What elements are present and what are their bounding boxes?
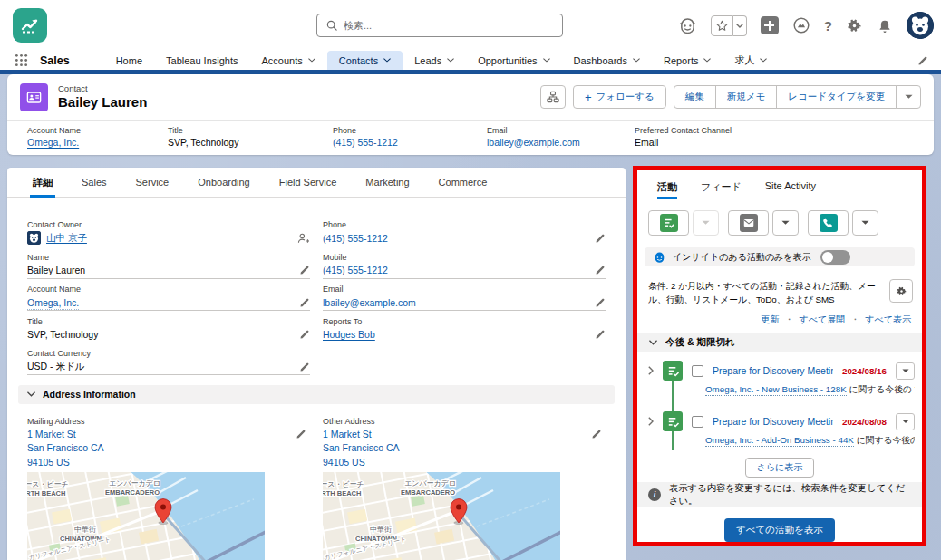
- favorites-dropdown-button[interactable]: [733, 15, 747, 36]
- follow-button[interactable]: +フォローする: [573, 85, 666, 109]
- task-title-link[interactable]: Prepare for Discovery Meeting: [713, 365, 833, 376]
- tab-kyujin[interactable]: 求人: [723, 51, 779, 70]
- salesforce-logo[interactable]: [13, 8, 47, 43]
- tab-dashboards[interactable]: Dashboards: [562, 51, 652, 70]
- task-title-link[interactable]: Prepare for Discovery Meeting: [713, 416, 833, 427]
- phone-link[interactable]: (415) 555-1212: [323, 233, 388, 244]
- change-owner-icon[interactable]: [297, 233, 310, 244]
- phone-link[interactable]: (415) 555-1212: [333, 137, 398, 148]
- show-more-button[interactable]: さらに表示: [745, 458, 815, 478]
- tab-tableau-insights[interactable]: Tableau Insights: [154, 51, 250, 70]
- help-icon[interactable]: ?: [824, 18, 832, 34]
- account-link[interactable]: Omega, Inc.: [27, 297, 79, 308]
- related-opportunity-link[interactable]: Omega, Inc. - Add-On Business - 44K: [705, 435, 854, 447]
- call-dropdown-button[interactable]: [852, 210, 878, 236]
- notifications-bell-icon[interactable]: [877, 17, 893, 34]
- field-title: Title SVP, Technology: [27, 314, 310, 347]
- upcoming-overdue-section[interactable]: 今後 & 期限切れ: [637, 333, 922, 352]
- reports-to-link[interactable]: Hodges Bob: [323, 329, 375, 340]
- user-avatar[interactable]: [907, 12, 934, 39]
- new-task-button[interactable]: [648, 210, 689, 236]
- guidance-center-icon[interactable]: [792, 16, 810, 34]
- edit-pencil-icon[interactable]: [591, 429, 602, 439]
- address-line[interactable]: San Francisco CA: [27, 441, 310, 456]
- app-launcher-icon[interactable]: [15, 53, 28, 67]
- tab-leads[interactable]: Leads: [403, 51, 466, 70]
- new-email-button[interactable]: [728, 210, 769, 236]
- expand-all-link[interactable]: すべて展開: [800, 314, 846, 324]
- insights-toggle-switch[interactable]: [820, 250, 850, 265]
- tab-commerce[interactable]: Commerce: [439, 168, 488, 197]
- tab-details[interactable]: 詳細: [33, 168, 53, 197]
- global-add-button[interactable]: [761, 16, 779, 34]
- address-line[interactable]: 94105 US: [323, 456, 606, 470]
- edit-pencil-icon[interactable]: [296, 429, 306, 439]
- favorites-star-button[interactable]: [711, 15, 733, 36]
- task-actions-dropdown[interactable]: [896, 362, 915, 380]
- view-all-link[interactable]: すべて表示: [865, 314, 911, 324]
- address-line[interactable]: 1 Market St: [323, 428, 606, 442]
- related-opportunity-link[interactable]: Omega, Inc. - New Business - 128K: [705, 384, 847, 396]
- global-search-input[interactable]: 検索...: [316, 14, 563, 37]
- address-line[interactable]: San Francisco CA: [323, 441, 606, 456]
- address-line[interactable]: 1 Market St: [27, 428, 310, 442]
- edit-button[interactable]: 編集: [674, 85, 716, 109]
- task-due-date: 2024/08/16: [842, 366, 887, 376]
- email-link[interactable]: lbailey@example.com: [487, 137, 580, 148]
- address-line[interactable]: 94105 US: [27, 456, 310, 470]
- tab-site-activity[interactable]: Site Activity: [765, 180, 816, 199]
- task-dropdown-button[interactable]: [693, 210, 719, 236]
- more-actions-dropdown[interactable]: [896, 85, 921, 109]
- tab-reports[interactable]: Reports: [652, 51, 723, 70]
- chevron-down-icon: [27, 391, 35, 397]
- field-contact-currency: Contact Currency USD - 米ドル: [27, 346, 310, 379]
- edit-pencil-icon[interactable]: [595, 329, 606, 340]
- log-call-button[interactable]: [808, 210, 849, 236]
- new-note-button[interactable]: 新規メモ: [715, 85, 778, 109]
- owner-avatar: [27, 231, 41, 245]
- tab-accounts[interactable]: Accounts: [250, 51, 327, 70]
- search-icon: [326, 20, 337, 31]
- task-checkbox[interactable]: [692, 416, 703, 428]
- activity-composer: [637, 199, 922, 236]
- edit-pencil-icon[interactable]: [595, 297, 606, 308]
- address-information-section[interactable]: Address Information: [18, 385, 615, 404]
- einstein-icon[interactable]: [678, 17, 697, 34]
- phone-link[interactable]: (415) 555-1212: [323, 265, 388, 275]
- tab-marketing[interactable]: Marketing: [365, 168, 409, 197]
- tab-opportunities[interactable]: Opportunities: [466, 51, 561, 70]
- email-dropdown-button[interactable]: [772, 210, 799, 236]
- activity-filter-gear-button[interactable]: [889, 279, 913, 303]
- edit-pencil-icon[interactable]: [595, 233, 606, 244]
- edit-nav-pencil-icon[interactable]: [917, 55, 928, 66]
- change-record-type-button[interactable]: レコードタイプを変更: [776, 85, 897, 109]
- account-link[interactable]: Omega, Inc.: [27, 137, 79, 148]
- expand-chevron-icon[interactable]: [648, 366, 654, 375]
- edit-pencil-icon[interactable]: [299, 362, 310, 372]
- edit-pencil-icon[interactable]: [299, 297, 310, 308]
- tab-field-service[interactable]: Field Service: [279, 168, 337, 197]
- tab-service[interactable]: Service: [136, 168, 170, 197]
- task-actions-dropdown[interactable]: [896, 413, 915, 430]
- tab-home[interactable]: Home: [104, 51, 154, 70]
- mailing-address-map[interactable]: ノース・ビーチ NORTH BEACH エンバーカデロ EMBARCADERO …: [27, 472, 265, 560]
- org-chart-button[interactable]: [540, 85, 566, 109]
- owner-link[interactable]: 山中 京子: [46, 232, 87, 245]
- tab-contacts[interactable]: Contacts: [327, 51, 403, 70]
- task-checkbox[interactable]: [692, 365, 703, 377]
- chevron-down-icon: [383, 58, 391, 63]
- other-address-map[interactable]: ノース・ビーチ NORTH BEACH エンバーカデロ EMBARCADERO …: [323, 472, 560, 560]
- star-icon: [716, 20, 728, 32]
- tab-activity[interactable]: 活動: [657, 180, 677, 199]
- setup-gear-icon[interactable]: [846, 17, 863, 34]
- view-all-activities-button[interactable]: すべての活動を表示: [724, 518, 835, 542]
- expand-chevron-icon[interactable]: [648, 417, 654, 426]
- edit-pencil-icon[interactable]: [595, 265, 606, 275]
- tab-sales[interactable]: Sales: [82, 168, 107, 197]
- email-link[interactable]: lbailey@example.com: [323, 297, 416, 308]
- edit-pencil-icon[interactable]: [299, 329, 310, 340]
- refresh-link[interactable]: 更新: [762, 314, 780, 324]
- tab-feed[interactable]: フィード: [701, 180, 742, 199]
- tab-onboarding[interactable]: Onboarding: [198, 168, 250, 197]
- edit-pencil-icon[interactable]: [299, 265, 310, 275]
